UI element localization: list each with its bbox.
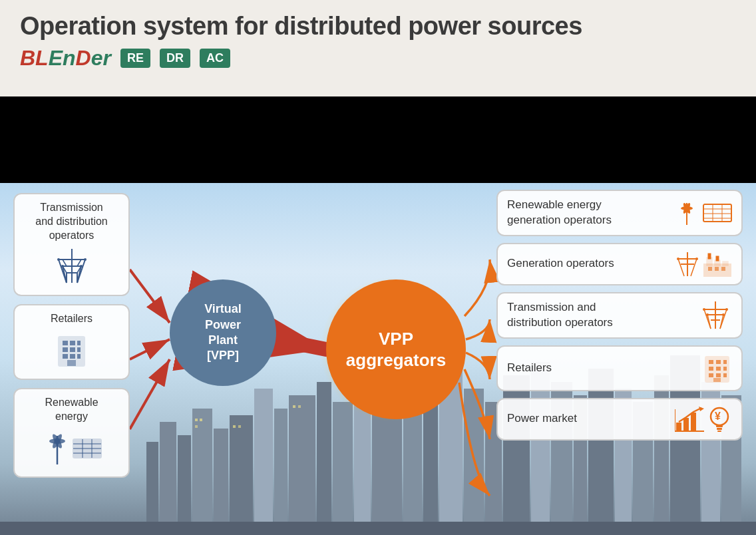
- svg-rect-136: [676, 423, 681, 431]
- svg-rect-146: [717, 431, 721, 432]
- svg-point-122: [725, 308, 728, 311]
- right-generation-ops: Generation operators: [496, 243, 743, 285]
- svg-rect-68: [63, 347, 68, 352]
- svg-text:¥: ¥: [715, 411, 721, 422]
- svg-rect-66: [70, 341, 75, 345]
- blender-logo: BLEnDer: [20, 46, 111, 71]
- svg-rect-145: [717, 428, 722, 430]
- svg-point-63: [80, 265, 83, 268]
- svg-point-79: [55, 439, 59, 443]
- svg-rect-32: [233, 425, 236, 428]
- right-trans-dist-label: Transmission anddistribution operators: [507, 300, 699, 331]
- transmission-dist-icon: [23, 248, 120, 288]
- svg-rect-6: [254, 389, 273, 535]
- right-trans-dist: Transmission anddistribution operators: [496, 292, 743, 339]
- svg-rect-16: [464, 389, 484, 535]
- svg-rect-70: [77, 347, 81, 352]
- svg-rect-8: [289, 395, 315, 535]
- svg-rect-5: [230, 415, 253, 535]
- svg-rect-71: [63, 354, 68, 359]
- right-generation-ops-icons: [675, 251, 732, 277]
- svg-rect-112: [721, 267, 725, 271]
- svg-rect-74: [67, 360, 76, 366]
- svg-rect-144: [716, 425, 723, 427]
- svg-point-102: [677, 258, 679, 260]
- vpp-circle: VirtualPowerPlant[VPP]: [170, 279, 276, 386]
- svg-rect-108: [708, 254, 711, 259]
- svg-point-103: [695, 258, 698, 260]
- svg-rect-127: [716, 360, 721, 364]
- svg-rect-137: [683, 418, 689, 431]
- svg-point-124: [722, 313, 725, 316]
- svg-line-100: [678, 259, 684, 276]
- svg-rect-126: [709, 360, 713, 364]
- right-power-market-icons: ¥: [675, 406, 732, 433]
- svg-rect-133: [716, 373, 721, 377]
- right-generation-ops-label: Generation operators: [507, 256, 675, 271]
- svg-rect-73: [77, 354, 81, 359]
- svg-rect-134: [723, 373, 727, 377]
- entity-renewable: Renewableenergy: [13, 388, 130, 478]
- svg-rect-107: [723, 262, 728, 266]
- svg-rect-29: [195, 419, 198, 421]
- vpp-label: VirtualPowerPlant[VPP]: [204, 301, 242, 364]
- retailers-icon: [23, 331, 120, 372]
- retailers-label: Retailers: [23, 312, 120, 326]
- svg-rect-91: [703, 204, 731, 222]
- svg-rect-10: [333, 402, 353, 535]
- svg-rect-110: [708, 267, 712, 271]
- renewable-icon: [23, 429, 120, 470]
- svg-rect-33: [238, 425, 241, 428]
- renewable-label: Renewableenergy: [23, 396, 120, 424]
- diagram: Transmissionand distributionoperators: [0, 183, 756, 535]
- svg-rect-72: [70, 354, 75, 359]
- right-power-market: Power market ¥: [496, 398, 743, 441]
- entity-retailers: Retailers: [13, 304, 130, 380]
- svg-rect-4: [214, 429, 228, 535]
- svg-point-62: [61, 265, 64, 268]
- svg-rect-131: [723, 367, 727, 371]
- svg-rect-132: [709, 373, 713, 377]
- svg-rect-34: [293, 405, 295, 408]
- svg-point-121: [703, 308, 705, 311]
- badge-ac: AC: [200, 49, 230, 68]
- badge-dr: DR: [160, 49, 190, 68]
- svg-point-123: [706, 313, 709, 316]
- svg-rect-109: [716, 256, 719, 261]
- transmission-dist-label: Transmissionand distributionoperators: [23, 201, 120, 242]
- svg-rect-2: [178, 435, 191, 535]
- black-bar: [0, 96, 756, 183]
- svg-rect-135: [713, 378, 721, 382]
- right-retailers-icons: [702, 353, 732, 383]
- right-power-market-label: Power market: [507, 411, 675, 427]
- badge-re: RE: [120, 49, 150, 68]
- svg-line-101: [691, 259, 697, 276]
- svg-point-60: [57, 258, 60, 261]
- header: Operation system for distributed power s…: [0, 0, 756, 96]
- right-entities: Renewable energygeneration operators: [496, 190, 743, 441]
- svg-rect-40: [0, 522, 756, 535]
- svg-rect-130: [716, 367, 721, 371]
- vpp-aggregators: VPPaggregators: [326, 279, 466, 419]
- page-title: Operation system for distributed power s…: [20, 12, 736, 41]
- header-bottom: BLEnDer RE DR AC: [20, 46, 736, 71]
- svg-rect-35: [298, 405, 301, 408]
- left-entities: Transmissionand distributionoperators: [13, 193, 130, 478]
- svg-rect-7: [274, 409, 287, 535]
- right-trans-dist-icons: [699, 300, 732, 330]
- right-renewable-gen-icons: [673, 200, 732, 226]
- svg-rect-67: [77, 341, 81, 345]
- svg-rect-31: [195, 425, 198, 428]
- svg-rect-111: [715, 267, 719, 271]
- svg-rect-1: [160, 422, 176, 535]
- svg-rect-0: [146, 442, 158, 535]
- right-renewable-gen: Renewable energygeneration operators: [496, 190, 743, 236]
- vpp-center: VirtualPowerPlant[VPP]: [170, 279, 276, 386]
- svg-marker-139: [699, 407, 704, 411]
- svg-point-90: [685, 206, 689, 210]
- aggregators-circle: VPPaggregators: [326, 279, 466, 419]
- right-retailers-label: Retailers: [507, 361, 702, 376]
- svg-rect-129: [709, 367, 713, 371]
- svg-rect-128: [723, 360, 727, 364]
- svg-rect-65: [63, 341, 68, 345]
